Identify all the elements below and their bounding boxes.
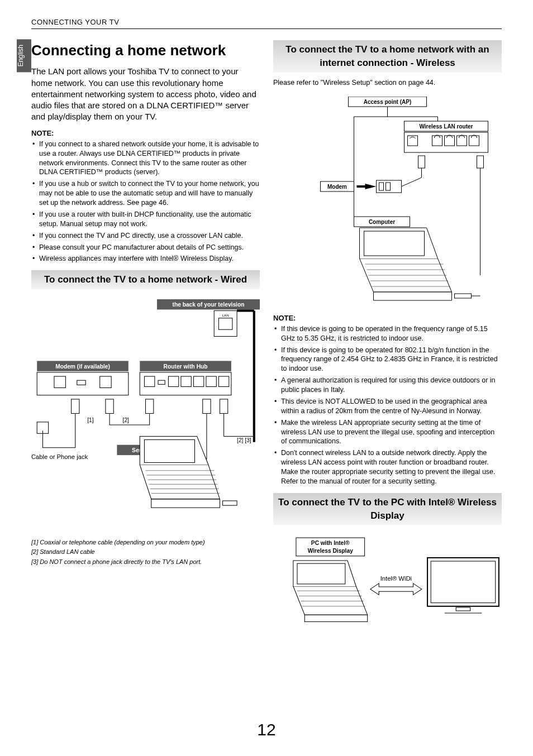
svg-text:[1]: [1] [87, 417, 94, 423]
router-label: Router with Hub [164, 363, 208, 370]
svg-rect-48 [457, 136, 467, 146]
svg-rect-23 [203, 399, 211, 414]
list-item: If you connect the TV and PC directly, u… [31, 231, 260, 241]
svg-rect-47 [445, 136, 455, 146]
footnote: [2] Standard LAN cable [31, 547, 260, 557]
svg-line-58 [402, 178, 422, 186]
svg-rect-51 [477, 156, 484, 168]
right-column: To connect the TV to a home network with… [273, 40, 502, 642]
svg-text:[2] [3]: [2] [3] [237, 437, 251, 443]
wlan-router-label: Wireless LAN router [419, 123, 473, 130]
notes-list-2: If this device is going to be operated i… [273, 324, 502, 486]
svg-rect-54 [377, 180, 402, 193]
svg-rect-46 [432, 136, 442, 146]
svg-rect-21 [106, 399, 113, 414]
list-item: A general authorization is required for … [273, 376, 502, 395]
svg-rect-50 [418, 156, 425, 168]
list-item: If this device is going to be operated i… [273, 324, 502, 343]
note-heading-2: NOTE: [273, 313, 502, 323]
note-heading-1: NOTE: [31, 128, 260, 138]
svg-rect-8 [54, 376, 65, 387]
svg-rect-49 [469, 136, 479, 146]
svg-rect-7 [37, 372, 129, 395]
svg-text:LAN: LAN [222, 313, 229, 317]
svg-rect-77 [431, 561, 496, 603]
footnote: [3] Do NOT connect a phone jack directly… [31, 557, 260, 567]
svg-rect-3 [218, 318, 232, 329]
svg-rect-9 [77, 380, 85, 385]
wired-section-banner: To connect the TV to a home network - Wi… [31, 270, 260, 289]
modem-label-wireless: Modem [327, 184, 347, 190]
svg-rect-13 [144, 376, 154, 386]
svg-rect-24 [220, 399, 227, 414]
widi-pc-label1: PC with Intel® [311, 540, 350, 547]
footnote: [1] Coaxial or telephone cable (dependin… [31, 538, 260, 548]
svg-rect-14 [158, 380, 165, 384]
list-item: Wireless appliances may interfere with I… [31, 254, 260, 264]
svg-rect-76 [427, 558, 499, 606]
wired-diagram: the back of your television LAN Modem (i… [31, 299, 260, 528]
svg-rect-20 [72, 399, 79, 414]
list-item: If this device is going to be operated f… [273, 346, 502, 374]
svg-rect-56 [386, 183, 391, 190]
intro-paragraph: The LAN port allows your Toshiba TV to c… [31, 66, 260, 122]
svg-rect-68 [455, 294, 472, 298]
laptop-icon [360, 228, 480, 300]
wireless-intro: Please refer to "Wireless Setup" section… [273, 78, 502, 88]
list-item: If you use a router with built-in DHCP f… [31, 210, 260, 229]
modem-label: Modem (if available) [55, 363, 110, 370]
svg-rect-16 [181, 376, 191, 386]
svg-rect-78 [456, 607, 470, 611]
svg-rect-19 [218, 376, 229, 386]
svg-rect-22 [146, 399, 154, 414]
wireless-section-banner: To connect the TV to a home network with… [273, 40, 502, 73]
list-item: If you use a hub or switch to connect th… [31, 179, 260, 208]
svg-text:[2]: [2] [123, 417, 130, 423]
ap-label: Access point (AP) [364, 99, 412, 105]
page-number: 12 [0, 720, 533, 739]
wireless-diagram: Access point (AP) Wireless LAN router [273, 97, 502, 303]
svg-rect-10 [100, 376, 111, 387]
page-title: Connecting a home network [31, 40, 260, 60]
list-item: This device is NOT ALLOWED to be used in… [273, 397, 502, 416]
svg-rect-38 [223, 501, 237, 505]
cable-jack-label: Cable or Phone jack [31, 453, 88, 460]
svg-rect-17 [193, 376, 203, 386]
list-item: Please consult your PC manufacturer abou… [31, 243, 260, 252]
svg-rect-12 [140, 372, 231, 395]
laptop-icon [293, 561, 368, 621]
left-column: Connecting a home network The LAN port a… [31, 40, 260, 642]
list-item: Don't connect wireless LAN to a outside … [273, 448, 502, 486]
widi-pc-label2: Wireless Display [308, 548, 353, 554]
header-rule: CONNECTING YOUR TV [31, 17, 502, 29]
tv-back-label: the back of your television [173, 302, 245, 308]
svg-rect-18 [206, 376, 216, 386]
language-tab: English [17, 39, 31, 72]
computer-label: Computer [369, 219, 395, 225]
widi-link-label: Intel® WiDi [380, 575, 412, 582]
list-item: If you connect to a shared network outsi… [31, 140, 260, 178]
widi-diagram: PC with Intel® Wireless Display Intel® W… [273, 535, 502, 632]
footnotes: [1] Coaxial or telephone cable (dependin… [31, 538, 260, 567]
notes-list-1: If you connect to a shared network outsi… [31, 140, 260, 264]
svg-rect-55 [379, 183, 384, 190]
header-section: CONNECTING YOUR TV [31, 18, 119, 26]
list-item: Make the wireless LAN appropriate securi… [273, 418, 502, 447]
laptop-icon [140, 437, 237, 508]
svg-rect-15 [168, 376, 178, 386]
widi-section-banner: To connect the TV to the PC with Intel® … [273, 493, 502, 525]
